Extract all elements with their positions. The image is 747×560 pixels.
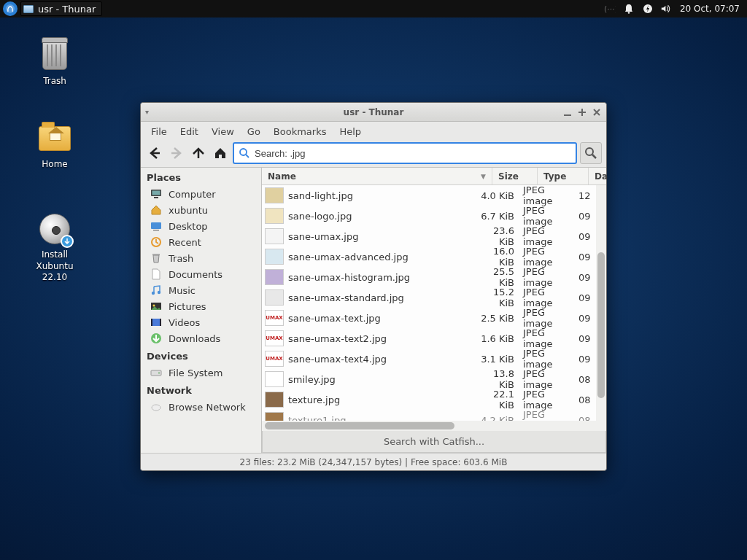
power-icon[interactable] — [642, 3, 654, 15]
file-type: JPEG image — [520, 307, 577, 329]
sidebar-label: Recent — [169, 237, 201, 248]
menu-view[interactable]: View — [206, 124, 240, 139]
vertical-scrollbar[interactable] — [596, 185, 606, 421]
status-bar: 23 files: 23.2 MiB (24,347,157 bytes) | … — [141, 453, 606, 470]
nav-up-button[interactable] — [189, 144, 208, 163]
desktop-label-install-1: Install Xubuntu — [22, 249, 88, 272]
menubar: File Edit View Go Bookmarks Help — [141, 122, 606, 141]
sidebar-header-places: Places — [141, 168, 261, 186]
menu-bookmarks[interactable]: Bookmarks — [268, 124, 333, 139]
sidebar: Places Computer xubuntu Desktop Recent T… — [141, 168, 262, 453]
nav-back-button[interactable] — [145, 144, 164, 163]
horizontal-scrollbar[interactable] — [262, 421, 606, 431]
location-search-bar[interactable] — [233, 142, 577, 164]
column-header-name[interactable]: Name▼ — [262, 168, 492, 184]
file-date: 09 — [577, 272, 595, 283]
file-row[interactable]: sane-logo.jpg6.7 KiBJPEG image09 — [262, 206, 595, 226]
taskbar-app-label: usr - Thunar — [38, 4, 96, 15]
column-header-date[interactable]: Da — [589, 168, 606, 184]
sidebar-item-downloads[interactable]: Downloads — [141, 330, 261, 346]
sidebar-item-filesystem[interactable]: File System — [141, 365, 261, 381]
sidebar-item-pictures[interactable]: Pictures — [141, 298, 261, 314]
sidebar-item-trash[interactable]: Trash — [141, 250, 261, 266]
file-size: 4.0 KiB — [475, 190, 520, 201]
file-row[interactable]: texture.jpg22.1 KiBJPEG image08 — [262, 389, 595, 410]
file-row[interactable]: sand-light.jpg4.0 KiBJPEG image12 — [262, 185, 595, 206]
titlebar[interactable]: ▾ usr - Thunar — [141, 103, 606, 122]
file-size: 15.2 KiB — [475, 287, 520, 308]
sidebar-item-xubuntu[interactable]: xubuntu — [141, 202, 261, 218]
search-with-catfish-button[interactable]: Search with Catfish... — [262, 431, 606, 453]
file-row[interactable]: UMAXsane-umax-text2.jpg1.6 KiBJPEG image… — [262, 328, 595, 349]
trash-icon — [150, 252, 163, 264]
file-thumbnail — [265, 269, 284, 285]
nav-home-button[interactable] — [211, 144, 230, 163]
pictures-icon — [150, 300, 163, 312]
file-name: sane-umax-text.jpg — [287, 313, 475, 324]
taskbar-app-thunar[interactable]: usr - Thunar — [20, 1, 102, 16]
sidebar-item-recent[interactable]: Recent — [141, 234, 261, 250]
download-badge-icon — [61, 235, 74, 248]
file-size: 6.7 KiB — [475, 211, 520, 222]
file-thumbnail: UMAX — [265, 351, 284, 367]
svg-rect-11 — [153, 230, 159, 231]
sidebar-item-music[interactable]: Music — [141, 282, 261, 298]
window-title: usr - Thunar — [141, 107, 606, 117]
desktop-label-install-2: 22.10 — [22, 272, 88, 284]
sidebar-item-desktop[interactable]: Desktop — [141, 218, 261, 234]
minimize-button[interactable] — [562, 107, 573, 117]
menu-file[interactable]: File — [145, 124, 173, 139]
file-row[interactable]: UMAXsane-umax-text4.jpg3.1 KiBJPEG image… — [262, 349, 595, 369]
network-icon[interactable]: (···) — [604, 3, 616, 15]
sidebar-item-computer[interactable]: Computer — [141, 186, 261, 202]
file-list-pane: Name▼ Size Type Da sand-light.jpg4.0 KiB… — [262, 168, 606, 453]
network-drive-icon — [150, 401, 163, 413]
start-menu-button[interactable] — [3, 1, 18, 16]
file-size: 23.6 KiB — [475, 225, 520, 247]
desktop-icon-install[interactable]: Install Xubuntu 22.10 — [22, 211, 88, 284]
column-header-size[interactable]: Size — [492, 168, 538, 184]
file-type: JPEG image — [520, 327, 577, 349]
file-name: texture.jpg — [287, 394, 475, 405]
file-date: 09 — [577, 354, 595, 365]
file-size: 1.6 KiB — [475, 333, 520, 344]
search-input[interactable] — [255, 148, 571, 159]
desktop-icon-home[interactable]: Home — [22, 121, 88, 171]
sidebar-label: Pictures — [169, 301, 206, 312]
file-type: JPEG image — [520, 409, 577, 421]
file-row[interactable]: UMAXsane-umax-text.jpg2.5 KiBJPEG image0… — [262, 308, 595, 328]
desktop-icon-trash[interactable]: Trash — [22, 38, 88, 88]
notifications-icon[interactable] — [623, 3, 635, 15]
file-row[interactable]: sane-umax-standard.jpg15.2 KiBJPEG image… — [262, 287, 595, 308]
sidebar-item-browse-network[interactable]: Browse Network — [141, 399, 261, 415]
maximize-button[interactable] — [577, 107, 587, 117]
clock[interactable]: 20 Oct, 07:07 — [680, 4, 744, 14]
search-button[interactable] — [580, 142, 602, 164]
nav-forward-button[interactable] — [167, 144, 186, 163]
scrollbar-thumb[interactable] — [597, 252, 605, 398]
column-header-type[interactable]: Type — [538, 168, 589, 184]
window-menu-icon[interactable]: ▾ — [145, 108, 149, 116]
svg-point-15 — [158, 291, 160, 294]
svg-rect-4 — [564, 114, 571, 116]
menu-go[interactable]: Go — [241, 124, 266, 139]
svg-point-5 — [240, 149, 247, 155]
sidebar-item-videos[interactable]: Videos — [141, 314, 261, 330]
volume-icon[interactable] — [661, 3, 673, 15]
close-button[interactable] — [592, 107, 602, 117]
file-row[interactable]: smiley.jpg13.8 KiBJPEG image08 — [262, 369, 595, 389]
thunar-window: ▾ usr - Thunar File Edit View Go Bookmar… — [140, 102, 607, 471]
sidebar-item-documents[interactable]: Documents — [141, 266, 261, 282]
file-row[interactable]: sane-umax-advanced.jpg16.0 KiBJPEG image… — [262, 246, 595, 267]
svg-point-17 — [153, 305, 155, 307]
file-type: JPEG image — [520, 225, 577, 247]
file-row[interactable]: sane-umax-histogram.jpg25.5 KiBJPEG imag… — [262, 267, 595, 287]
file-date: 09 — [577, 333, 595, 344]
menu-help[interactable]: Help — [333, 124, 367, 139]
file-row[interactable]: sane-umax.jpg23.6 KiBJPEG image09 — [262, 226, 595, 246]
file-date: 08 — [577, 394, 595, 405]
scrollbar-thumb[interactable] — [265, 422, 454, 429]
file-row[interactable]: texture1.jpg4.2 KiBJPEG image08 — [262, 410, 595, 421]
file-thumbnail — [265, 228, 284, 244]
menu-edit[interactable]: Edit — [174, 124, 204, 139]
